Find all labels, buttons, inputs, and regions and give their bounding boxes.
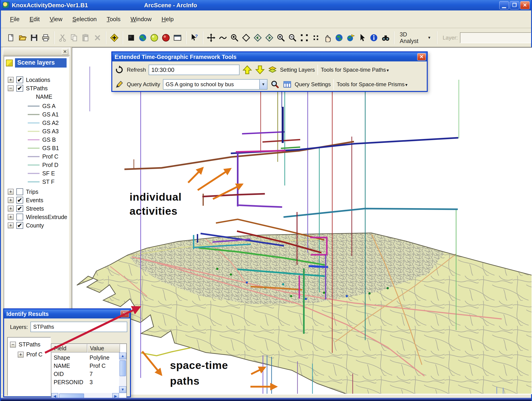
zoom-in-icon[interactable]	[275, 31, 287, 44]
close-icon[interactable]: ✕	[62, 49, 68, 55]
query-activity-icon[interactable]	[114, 80, 124, 89]
zoom-out-icon[interactable]	[287, 31, 298, 44]
zoom-selected-icon[interactable]	[310, 31, 322, 44]
select-arrow-icon[interactable]	[357, 31, 368, 44]
expander-icon[interactable]: −	[8, 85, 14, 91]
setting-layers-label[interactable]: Setting Layers	[280, 67, 315, 73]
layer-label[interactable]: County	[26, 222, 44, 229]
checkbox-county[interactable]: ✔	[16, 222, 23, 229]
menu-edit[interactable]: Edit	[25, 14, 44, 25]
menu-file[interactable]: File	[6, 14, 24, 25]
menu-help[interactable]: Help	[158, 14, 178, 25]
layer-row-locations[interactable]: + ✔ Locations	[8, 77, 50, 83]
globe-view-icon[interactable]	[333, 31, 345, 44]
expander-icon[interactable]: +	[8, 189, 14, 195]
globe-icon[interactable]	[137, 31, 148, 44]
layer-row-trips[interactable]: + Trips	[8, 188, 38, 195]
expander-icon[interactable]: +	[8, 206, 14, 212]
print-icon[interactable]	[40, 31, 51, 44]
identify-layers-combo[interactable]: STPaths	[31, 322, 127, 332]
scroll-thumb[interactable]	[120, 360, 126, 376]
title-bar[interactable]: KnoxActivityDemo-Ver1.B1 ArcScene - ArcI…	[1, 0, 531, 10]
save-icon[interactable]	[28, 31, 40, 44]
sphere-yellow-icon[interactable]	[148, 31, 160, 44]
layer-label[interactable]: Streets	[26, 205, 44, 212]
tools-space-time-prisms-menu[interactable]: Tools for Space-time Prisms▼	[336, 81, 408, 88]
column-header-value[interactable]: Value	[87, 344, 120, 353]
query-activity-label[interactable]: Query Activity	[127, 81, 160, 88]
menu-view[interactable]: View	[46, 14, 67, 25]
expander-icon[interactable]: +	[8, 222, 14, 228]
query-settings-label[interactable]: Query Settings	[295, 81, 331, 88]
chevron-down-icon[interactable]: ▼	[259, 80, 267, 89]
identify-results-dialog[interactable]: Identify Results ✕ Layers: STPaths − STP…	[3, 308, 131, 397]
layer-label[interactable]: STPaths	[26, 85, 48, 92]
3d-analyst-dropdown[interactable]: 3D Analyst ▼	[397, 29, 434, 46]
layer-label[interactable]: Locations	[26, 77, 50, 83]
help-pointer-icon[interactable]: ?	[189, 31, 200, 44]
layer-combo[interactable]	[460, 32, 531, 43]
time-input[interactable]	[149, 65, 240, 75]
checkbox-streets[interactable]: ✔	[16, 205, 23, 212]
fly-icon[interactable]	[217, 31, 229, 44]
maximize-button[interactable]: ❐	[510, 1, 519, 9]
navigation-icon[interactable]	[205, 31, 217, 44]
navigate-diamond-icon[interactable]	[240, 31, 252, 44]
cut-icon[interactable]	[57, 31, 68, 44]
zoom-target-icon[interactable]	[229, 31, 240, 44]
tree-node-profc[interactable]: + Prof C	[18, 351, 43, 358]
full-extent-icon[interactable]	[298, 31, 310, 44]
refresh-label[interactable]: Refresh	[127, 67, 146, 73]
column-header-field[interactable]: Field	[51, 344, 87, 353]
expander-icon[interactable]: +	[8, 197, 14, 203]
open-folder-icon[interactable]	[17, 31, 28, 44]
black-square-icon[interactable]	[125, 31, 137, 44]
scene-layers-root[interactable]: Scene layers	[15, 58, 67, 68]
checkbox-events[interactable]: ✔	[16, 197, 23, 204]
close-button[interactable]: ✕	[520, 1, 530, 9]
expander-icon[interactable]: −	[10, 342, 16, 348]
layer-label[interactable]: WirelessExtrude	[26, 214, 67, 220]
expander-icon[interactable]: +	[18, 352, 24, 358]
scroll-down-icon[interactable]: ▼	[119, 386, 126, 393]
vertical-scrollbar[interactable]: ▲ ▼	[119, 353, 126, 393]
close-icon[interactable]: ✕	[120, 310, 129, 317]
copy-icon[interactable]	[68, 31, 80, 44]
menu-window[interactable]: Window	[126, 14, 155, 25]
add-data-icon[interactable]	[108, 31, 120, 44]
checkbox-stpaths[interactable]: ✔	[16, 85, 23, 92]
pan-hand-icon[interactable]	[322, 31, 333, 44]
checkbox-locations[interactable]: ✔	[16, 77, 23, 83]
magnifier-icon[interactable]	[270, 80, 280, 89]
tree-node-stpaths[interactable]: − STPaths	[10, 341, 40, 348]
refresh-icon[interactable]	[114, 65, 124, 75]
checkbox-trips[interactable]	[16, 188, 23, 195]
close-icon[interactable]: ✕	[417, 53, 426, 60]
identify-icon[interactable]	[368, 31, 380, 44]
identify-dialog-titlebar[interactable]: Identify Results ✕	[4, 309, 130, 318]
delete-icon[interactable]	[92, 31, 103, 44]
new-document-icon[interactable]	[5, 31, 17, 44]
zoom-next-icon[interactable]	[264, 31, 275, 44]
layer-row-events[interactable]: + ✔ Events	[8, 197, 43, 204]
activity-combo[interactable]: GS A going to school by bus ▼	[163, 79, 267, 90]
sphere-red-icon[interactable]	[160, 31, 172, 44]
expander-icon[interactable]: +	[8, 77, 14, 83]
layer-row-stpaths[interactable]: − ✔ STPaths	[8, 85, 48, 92]
minimize-button[interactable]: ▁	[499, 1, 509, 9]
find-icon[interactable]	[380, 31, 391, 44]
layer-globe-icon[interactable]	[345, 31, 357, 44]
framework-tools-dialog[interactable]: Extended Time-Geographic Framework Tools…	[111, 52, 428, 92]
framework-dialog-titlebar[interactable]: Extended Time-Geographic Framework Tools…	[112, 52, 427, 61]
paste-icon[interactable]	[80, 31, 92, 44]
layer-label[interactable]: Trips	[26, 188, 38, 195]
viewer-window-icon[interactable]	[172, 31, 184, 44]
time-down-icon[interactable]	[255, 65, 265, 75]
3d-scene-view[interactable]: individual activities space-time paths	[72, 47, 532, 394]
layer-label[interactable]: Events	[26, 197, 43, 204]
layer-row-wirelessextrude[interactable]: + WirelessExtrude	[8, 213, 67, 220]
expander-icon[interactable]: +	[8, 214, 14, 220]
zoom-back-icon[interactable]	[252, 31, 263, 44]
menu-tools[interactable]: Tools	[103, 14, 125, 25]
checkbox-wirelessextrude[interactable]	[16, 213, 23, 220]
